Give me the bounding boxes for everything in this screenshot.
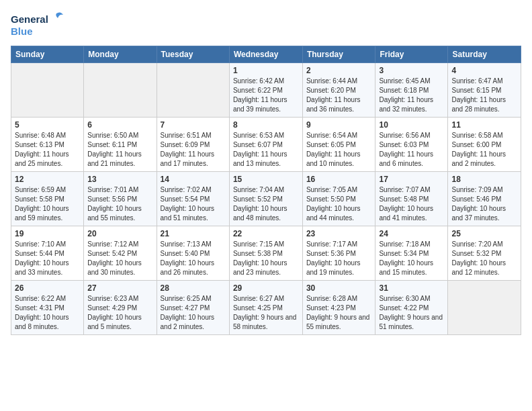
calendar-week-4: 19Sunrise: 7:10 AMSunset: 5:44 PMDayligh… <box>11 226 521 281</box>
day-number: 29 <box>233 283 299 293</box>
day-header-monday: Monday <box>84 46 157 63</box>
calendar-cell: 18Sunrise: 7:09 AMSunset: 5:46 PMDayligh… <box>448 172 521 226</box>
calendar-cell: 13Sunrise: 7:01 AMSunset: 5:56 PMDayligh… <box>84 172 157 226</box>
calendar-cell: 31Sunrise: 6:30 AMSunset: 4:22 PMDayligh… <box>375 281 448 335</box>
calendar-cell: 9Sunrise: 6:54 AMSunset: 6:05 PMDaylight… <box>302 118 375 172</box>
day-number: 8 <box>233 120 299 130</box>
day-number: 16 <box>306 175 372 184</box>
calendar-week-1: 1Sunrise: 6:42 AMSunset: 6:22 PMDaylight… <box>11 63 521 118</box>
cell-content: Sunrise: 6:22 AMSunset: 4:31 PMDaylight:… <box>15 294 80 332</box>
cell-content: Sunrise: 6:50 AMSunset: 6:11 PMDaylight:… <box>87 131 152 169</box>
calendar-cell: 12Sunrise: 6:59 AMSunset: 5:58 PMDayligh… <box>11 172 84 226</box>
calendar-cell <box>11 63 84 118</box>
cell-content: Sunrise: 7:13 AMSunset: 5:40 PMDaylight:… <box>161 240 226 277</box>
day-number: 28 <box>161 283 226 293</box>
calendar-cell: 8Sunrise: 6:53 AMSunset: 6:07 PMDaylight… <box>229 118 302 172</box>
day-number: 9 <box>306 120 372 130</box>
cell-content: Sunrise: 7:02 AMSunset: 5:54 PMDaylight:… <box>161 185 226 223</box>
day-header-thursday: Thursday <box>302 46 375 63</box>
cell-content: Sunrise: 7:17 AMSunset: 5:36 PMDaylight:… <box>306 240 372 277</box>
calendar-cell: 24Sunrise: 7:18 AMSunset: 5:34 PMDayligh… <box>375 226 448 281</box>
day-header-friday: Friday <box>375 46 448 63</box>
cell-content: Sunrise: 6:28 AMSunset: 4:23 PMDaylight:… <box>306 294 372 332</box>
day-number: 1 <box>233 66 299 75</box>
day-number: 14 <box>161 175 226 184</box>
cell-content: Sunrise: 6:47 AMSunset: 6:15 PMDaylight:… <box>451 77 517 114</box>
day-number: 22 <box>233 229 299 238</box>
logo: General Blue <box>11 11 64 40</box>
calendar-cell <box>448 281 521 335</box>
cell-content: Sunrise: 6:48 AMSunset: 6:13 PMDaylight:… <box>15 131 80 169</box>
calendar-week-5: 26Sunrise: 6:22 AMSunset: 4:31 PMDayligh… <box>11 281 521 335</box>
calendar-cell: 21Sunrise: 7:13 AMSunset: 5:40 PMDayligh… <box>157 226 229 281</box>
calendar-cell: 4Sunrise: 6:47 AMSunset: 6:15 PMDaylight… <box>448 63 521 118</box>
calendar-cell: 23Sunrise: 7:17 AMSunset: 5:36 PMDayligh… <box>302 226 375 281</box>
day-number: 21 <box>161 229 226 238</box>
calendar-cell: 5Sunrise: 6:48 AMSunset: 6:13 PMDaylight… <box>11 118 84 172</box>
day-number: 11 <box>451 120 517 130</box>
logo-svg: General Blue <box>11 11 64 40</box>
cell-content: Sunrise: 6:59 AMSunset: 5:58 PMDaylight:… <box>15 185 80 223</box>
day-number: 20 <box>87 229 152 238</box>
calendar-table: SundayMondayTuesdayWednesdayThursdayFrid… <box>11 46 521 335</box>
day-number: 25 <box>451 229 517 238</box>
calendar-cell: 25Sunrise: 7:20 AMSunset: 5:32 PMDayligh… <box>448 226 521 281</box>
calendar-cell: 10Sunrise: 6:56 AMSunset: 6:03 PMDayligh… <box>375 118 448 172</box>
day-number: 7 <box>161 120 226 130</box>
day-number: 3 <box>379 66 444 75</box>
cell-content: Sunrise: 6:25 AMSunset: 4:27 PMDaylight:… <box>161 294 226 332</box>
calendar-cell: 30Sunrise: 6:28 AMSunset: 4:23 PMDayligh… <box>302 281 375 335</box>
calendar-cell: 22Sunrise: 7:15 AMSunset: 5:38 PMDayligh… <box>229 226 302 281</box>
calendar-week-3: 12Sunrise: 6:59 AMSunset: 5:58 PMDayligh… <box>11 172 521 226</box>
cell-content: Sunrise: 7:01 AMSunset: 5:56 PMDaylight:… <box>87 185 152 223</box>
day-number: 13 <box>87 175 152 184</box>
day-number: 15 <box>233 175 299 184</box>
cell-content: Sunrise: 7:04 AMSunset: 5:52 PMDaylight:… <box>233 185 299 223</box>
cell-content: Sunrise: 7:10 AMSunset: 5:44 PMDaylight:… <box>15 240 80 277</box>
calendar-cell: 17Sunrise: 7:07 AMSunset: 5:48 PMDayligh… <box>375 172 448 226</box>
cell-content: Sunrise: 7:05 AMSunset: 5:50 PMDaylight:… <box>306 185 372 223</box>
cell-content: Sunrise: 7:07 AMSunset: 5:48 PMDaylight:… <box>379 185 444 223</box>
calendar-cell: 1Sunrise: 6:42 AMSunset: 6:22 PMDaylight… <box>229 63 302 118</box>
cell-content: Sunrise: 6:42 AMSunset: 6:22 PMDaylight:… <box>233 77 299 114</box>
calendar-cell: 11Sunrise: 6:58 AMSunset: 6:00 PMDayligh… <box>448 118 521 172</box>
calendar-cell: 28Sunrise: 6:25 AMSunset: 4:27 PMDayligh… <box>157 281 229 335</box>
cell-content: Sunrise: 6:58 AMSunset: 6:00 PMDaylight:… <box>451 131 517 169</box>
calendar-cell: 19Sunrise: 7:10 AMSunset: 5:44 PMDayligh… <box>11 226 84 281</box>
day-number: 17 <box>379 175 444 184</box>
page-header: General Blue <box>11 11 521 40</box>
calendar-cell: 14Sunrise: 7:02 AMSunset: 5:54 PMDayligh… <box>157 172 229 226</box>
cell-content: Sunrise: 6:53 AMSunset: 6:07 PMDaylight:… <box>233 131 299 169</box>
svg-text:Blue: Blue <box>11 26 33 37</box>
cell-content: Sunrise: 7:09 AMSunset: 5:46 PMDaylight:… <box>451 185 517 223</box>
day-number: 10 <box>379 120 444 130</box>
day-header-wednesday: Wednesday <box>229 46 302 63</box>
cell-content: Sunrise: 6:54 AMSunset: 6:05 PMDaylight:… <box>306 131 372 169</box>
cell-content: Sunrise: 6:30 AMSunset: 4:22 PMDaylight:… <box>379 294 444 332</box>
calendar-cell: 2Sunrise: 6:44 AMSunset: 6:20 PMDaylight… <box>302 63 375 118</box>
cell-content: Sunrise: 6:27 AMSunset: 4:25 PMDaylight:… <box>233 294 299 332</box>
cell-content: Sunrise: 6:56 AMSunset: 6:03 PMDaylight:… <box>379 131 444 169</box>
cell-content: Sunrise: 7:20 AMSunset: 5:32 PMDaylight:… <box>451 240 517 277</box>
cell-content: Sunrise: 7:15 AMSunset: 5:38 PMDaylight:… <box>233 240 299 277</box>
day-number: 2 <box>306 66 372 75</box>
calendar-cell: 7Sunrise: 6:51 AMSunset: 6:09 PMDaylight… <box>157 118 229 172</box>
calendar-cell: 3Sunrise: 6:45 AMSunset: 6:18 PMDaylight… <box>375 63 448 118</box>
day-number: 5 <box>15 120 80 130</box>
calendar-cell <box>157 63 229 118</box>
day-number: 31 <box>379 283 444 293</box>
cell-content: Sunrise: 6:51 AMSunset: 6:09 PMDaylight:… <box>161 131 226 169</box>
calendar-cell <box>84 63 157 118</box>
svg-text:General: General <box>11 13 48 25</box>
cell-content: Sunrise: 6:23 AMSunset: 4:29 PMDaylight:… <box>87 294 152 332</box>
calendar-cell: 29Sunrise: 6:27 AMSunset: 4:25 PMDayligh… <box>229 281 302 335</box>
day-number: 27 <box>87 283 152 293</box>
cell-content: Sunrise: 6:45 AMSunset: 6:18 PMDaylight:… <box>379 77 444 114</box>
cell-content: Sunrise: 6:44 AMSunset: 6:20 PMDaylight:… <box>306 77 372 114</box>
day-number: 24 <box>379 229 444 238</box>
day-number: 26 <box>15 283 80 293</box>
calendar-cell: 26Sunrise: 6:22 AMSunset: 4:31 PMDayligh… <box>11 281 84 335</box>
calendar-cell: 6Sunrise: 6:50 AMSunset: 6:11 PMDaylight… <box>84 118 157 172</box>
calendar-week-2: 5Sunrise: 6:48 AMSunset: 6:13 PMDaylight… <box>11 118 521 172</box>
day-number: 19 <box>15 229 80 238</box>
